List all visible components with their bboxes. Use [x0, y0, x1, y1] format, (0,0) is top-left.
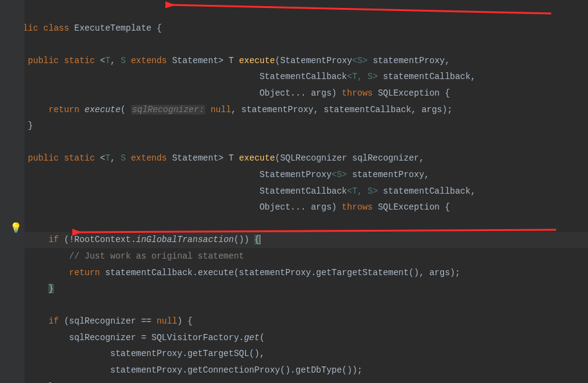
text-caret: [260, 235, 260, 245]
brace-close: }: [48, 284, 53, 294]
parameter-hint: sqlRecognizer:: [131, 105, 206, 115]
keyword-if: if: [48, 235, 59, 245]
class-name: ExecuteTemplate: [74, 23, 151, 33]
method-execute-2: execute: [239, 153, 275, 163]
current-line-highlight: if (!RootContext.inGlobalTransaction()) …: [7, 232, 588, 248]
brace: {: [157, 23, 162, 33]
brace-open: {: [254, 235, 259, 245]
method-execute-1: execute: [239, 56, 275, 66]
keyword-public: public: [28, 56, 59, 66]
keyword-return: return: [48, 105, 79, 115]
code-content: public class ExecuteTemplate { public st…: [7, 20, 588, 383]
keyword-static: static: [64, 56, 94, 66]
keyword-class: class: [43, 23, 69, 33]
line-comment: // Just work as original statement: [69, 251, 244, 261]
code-editor[interactable]: public class ExecuteTemplate { public st…: [0, 0, 588, 383]
editor-gutter: [0, 0, 24, 383]
intention-bulb-icon[interactable]: 💡: [10, 219, 20, 229]
